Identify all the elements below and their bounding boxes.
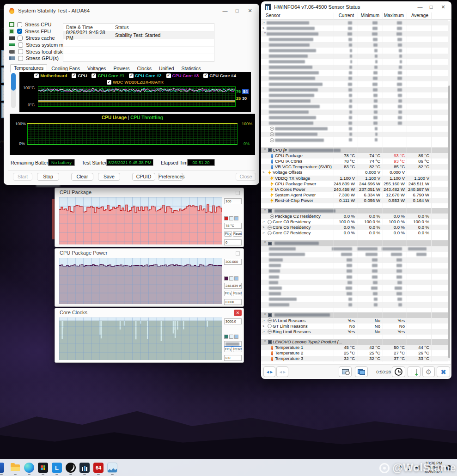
collapse-arrow-icon[interactable]: > (262, 209, 267, 213)
taskbar-button-aida64[interactable]: 64 (91, 459, 105, 476)
taskbar-button-partial[interactable] (0, 459, 8, 476)
sensor-row-gt-limit-reasons[interactable]: >GT Limit ReasonsNoNoNo (261, 323, 448, 329)
reset-button[interactable]: Reset (233, 291, 242, 296)
fit-y-button[interactable]: Fit y (224, 231, 232, 237)
legend-wdc-wd20ezbx-08ayr[interactable]: ✓WDC WD20EZBX-08AYR (107, 79, 164, 85)
settings-button[interactable]: ⚙ (422, 366, 435, 377)
sensor-row-system-agent-power[interactable]: System Agent Power7.300 W6.334 W12.670 W… (261, 192, 448, 198)
sensor-row-redacted[interactable] (261, 132, 448, 137)
sensor-row-redacted[interactable] (261, 104, 448, 109)
sensor-row-redacted[interactable]: > (261, 25, 448, 31)
sensor-row-voltage-offsets[interactable]: >Voltage Offsets0.000 V0.000 V (261, 170, 448, 175)
preferences-button[interactable]: Preferences (158, 173, 183, 181)
expand-arrow-icon[interactable]: > (262, 230, 267, 236)
sensor-row-core-c6-residency[interactable]: >Core C6 Residency0.0 %0.0 %0.0 %0.0 % (261, 225, 448, 230)
checkbox-stress-cache[interactable] (18, 36, 23, 41)
tab-temperatures[interactable]: Temperatures (10, 64, 47, 73)
checkbox-stress-system-memory[interactable] (18, 43, 23, 48)
col-sensor[interactable]: Sensor (266, 13, 280, 18)
sensor-row-redacted[interactable] (261, 59, 448, 65)
sensor-row-redacted[interactable] (261, 87, 448, 92)
report-button[interactable] (408, 366, 420, 377)
sensor-row-redacted[interactable] (261, 274, 448, 280)
section-header-redacted[interactable]: > (261, 312, 448, 318)
close-button[interactable]: ✕ (438, 3, 449, 11)
collapse-arrow-icon[interactable]: > (262, 241, 267, 245)
expand-arrow-icon[interactable]: > (262, 323, 267, 329)
log-row[interactable]: 8/26/2021 9:45:38 PM Stability Test: Sta… (63, 31, 214, 39)
legend-checkbox[interactable]: ✓ (107, 80, 111, 85)
sensor-row-redacted[interactable] (261, 98, 448, 104)
sensor-row-ring-limit-reasons[interactable]: >Ring Limit ReasonsYesNoYes (261, 329, 448, 335)
close-button[interactable]: Close (236, 173, 256, 181)
history-back-forward-button[interactable]: ◄► (263, 366, 275, 377)
sensor-row-ia-limit-reasons[interactable]: >IA Limit ReasonsYesNoYes (261, 318, 448, 323)
sensor-row-redacted[interactable] (261, 126, 448, 132)
legend-checkbox[interactable]: ✓ (203, 73, 208, 78)
sensor-row-redacted[interactable] (261, 137, 448, 143)
col-maximum[interactable]: Maximum (383, 13, 406, 18)
clock-button[interactable] (392, 366, 405, 377)
sensor-row-redacted[interactable] (261, 296, 448, 302)
sensor-row-redacted[interactable] (261, 257, 448, 263)
close-button[interactable]: ✕ (244, 6, 256, 15)
graph-scrollbar[interactable] (11, 73, 16, 108)
swatch[interactable] (234, 276, 238, 281)
sensor-row-temperature-3[interactable]: Temperature 332 °C32 °C37 °C33 °C (261, 356, 448, 361)
legend-checkbox[interactable]: ✓ (129, 73, 134, 78)
col-minimum[interactable]: Minimum (358, 13, 381, 18)
sensor-row-redacted[interactable] (261, 37, 448, 42)
sensor-row-temperature-1[interactable]: Temperature 145 °C42 °C50 °C44 °C (261, 345, 448, 350)
legend-cpu-core-4[interactable]: ✓CPU Core #4 (203, 73, 236, 78)
sensor-row-redacted[interactable]: > (261, 20, 448, 25)
taskbar-button-perfmon[interactable] (105, 459, 119, 476)
sensor-row-rest-of-chip-power[interactable]: Rest-of-Chip Power0.111 W0.056 W0.553 W0… (261, 198, 448, 203)
stop-button[interactable]: Stop (37, 173, 59, 181)
sensor-row-vr-vcc-temperature-svid[interactable]: VR VCC Temperature (SVID)83 °C82 °C85 °C… (261, 164, 448, 170)
swatch[interactable] (229, 335, 233, 339)
sensor-row-redacted[interactable] (261, 65, 448, 70)
sensor-row-core-c0-residency[interactable]: >Core C0 Residency100.0 %100.0 %100.0 %1… (261, 219, 448, 225)
legend-cpu[interactable]: ✓CPU (72, 73, 87, 78)
tab-clocks[interactable]: Clocks (134, 65, 155, 73)
maximize-button[interactable]: □ (232, 6, 243, 15)
sensor-row-redacted[interactable] (261, 81, 448, 87)
minimize-button[interactable]: — (414, 3, 426, 11)
sensor-row-cpu-package[interactable]: CPU Package78 °C74 °C93 °C86 °C (261, 153, 448, 159)
taskbar-button-edge[interactable] (22, 459, 36, 476)
taskbar-button-hwinfo[interactable] (78, 459, 91, 476)
scrollbar-thumb[interactable] (448, 85, 450, 358)
sensor-row-redacted[interactable] (261, 115, 448, 121)
taskbar-button-xbox[interactable] (64, 459, 78, 476)
swatch[interactable] (234, 216, 238, 220)
sensor-row-redacted[interactable] (261, 280, 448, 285)
legend-cpu-core-2[interactable]: ✓CPU Core #2 (129, 73, 162, 78)
sensor-row-redacted[interactable] (261, 302, 448, 308)
sensor-row-temperature-2[interactable]: Temperature 225 °C25 °C27 °C26 °C (261, 350, 448, 356)
maximize-button[interactable]: □ (426, 3, 437, 11)
checkbox-stress-fpu[interactable]: ✓ (17, 29, 22, 34)
sensor-row-redacted[interactable] (261, 291, 448, 296)
tab-unified[interactable]: Unified (156, 65, 177, 73)
expand-arrow-icon[interactable]: > (262, 329, 267, 335)
swatch[interactable] (224, 335, 228, 339)
sensor-row-redacted[interactable] (261, 42, 448, 48)
section-header-redacted[interactable]: > (261, 240, 448, 246)
taskbar-button-lenovo[interactable]: L (50, 459, 64, 476)
expand-arrow-icon[interactable]: > (262, 225, 267, 230)
close-button[interactable]: ✕ (234, 310, 242, 316)
sensor-row-vddq-tx-voltage[interactable]: VDDQ TX Voltage1.100 V1.100 V1.100 V1.10… (261, 176, 448, 181)
scrollbar-thumb[interactable] (11, 73, 16, 91)
swatch[interactable] (229, 276, 233, 281)
start-button[interactable]: Start (13, 173, 32, 181)
expand-arrow-icon[interactable]: > (262, 219, 267, 225)
tab-cooling-fans[interactable]: Cooling Fans (48, 65, 83, 73)
sensor-row-core-c7-residency[interactable]: >Core C7 Residency0.0 %0.0 %0.0 %0.0 % (261, 230, 448, 236)
expand-arrow-icon[interactable]: > (262, 25, 267, 31)
legend-checkbox[interactable]: ✓ (34, 73, 39, 78)
cpuid-button[interactable]: CPUID (132, 173, 155, 181)
legend-checkbox[interactable]: ✓ (72, 73, 76, 78)
collapse-arrow-icon[interactable]: > (262, 148, 267, 153)
checkbox-stress-gpu-s[interactable] (18, 56, 23, 61)
legend-checkbox[interactable]: ✓ (166, 73, 171, 78)
